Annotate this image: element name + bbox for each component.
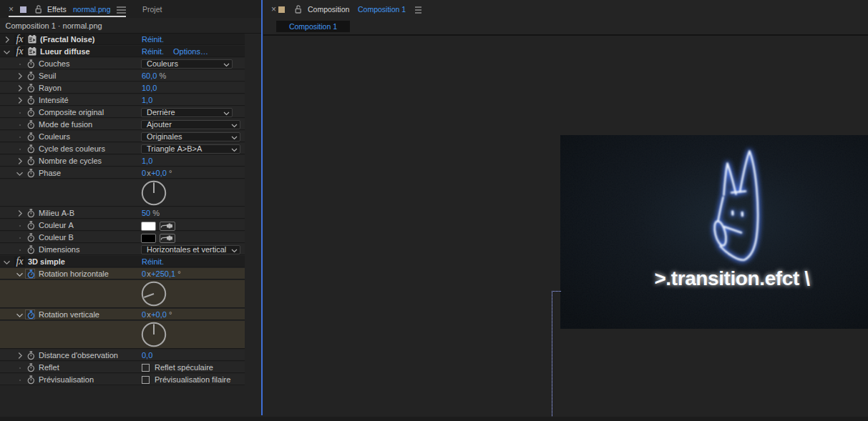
svg-text:>.transition.efct \: >.transition.efct \ <box>654 267 810 289</box>
